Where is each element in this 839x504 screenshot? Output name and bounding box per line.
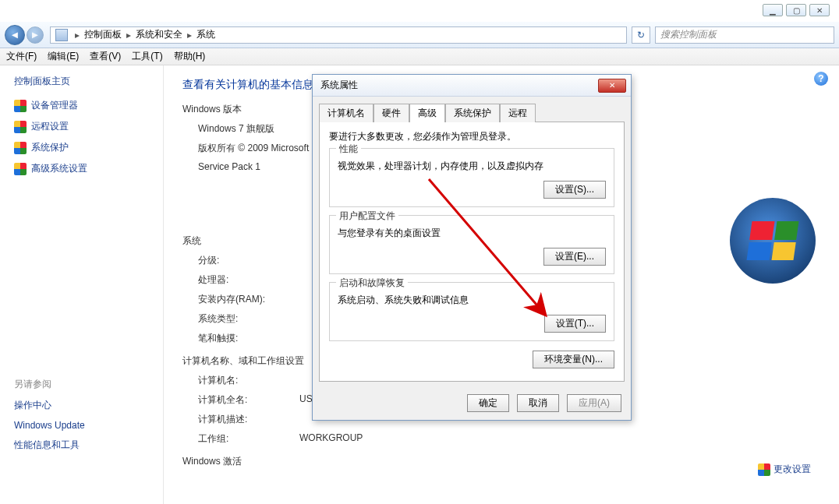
shield-icon [14,100,27,112]
refresh-button[interactable]: ↻ [632,26,650,44]
menu-file[interactable]: 文件(F) [6,50,37,63]
sidebar-item-label: 高级系统设置 [31,162,87,175]
dialog-tabs: 计算机名 硬件 高级 系统保护 远程 [313,97,631,122]
group-performance-title: 性能 [336,143,361,156]
tab-system-protection[interactable]: 系统保护 [445,104,500,122]
startup-recovery-settings-button[interactable]: 设置(T)... [544,315,606,333]
performance-settings-button[interactable]: 设置(S)... [543,181,606,199]
sidebar-item-label: 设备管理器 [31,99,78,112]
maximize-button[interactable]: ▢ [786,4,806,16]
forward-button[interactable]: ► [27,26,44,44]
dialog-titlebar[interactable]: 系统属性 ✕ [313,75,631,97]
apply-button[interactable]: 应用(A) [567,394,621,412]
group-startup-recovery-desc: 系统启动、系统失败和调试信息 [338,294,606,307]
windows-flag-icon [746,221,798,260]
windows-edition: Windows 7 旗舰版 [198,122,274,136]
group-performance: 性能 视觉效果，处理器计划，内存使用，以及虚拟内存 设置(S)... [329,148,614,207]
tab-panel-advanced: 要进行大多数更改，您必须作为管理员登录。 性能 视觉效果，处理器计划，内存使用，… [319,122,625,382]
group-performance-desc: 视觉效果，处理器计划，内存使用，以及虚拟内存 [338,160,606,173]
shield-icon [14,142,27,154]
workgroup-label: 工作组: [198,432,299,446]
chevron-right-icon: ▸ [73,30,82,41]
ok-button[interactable]: 确定 [467,394,509,412]
see-also-performance[interactable]: 性能信息和工具 [14,439,155,452]
tab-hardware[interactable]: 硬件 [373,104,409,122]
processor-label: 处理器: [198,273,299,287]
menu-view[interactable]: 查看(V) [90,50,121,63]
chevron-right-icon: ▸ [124,30,133,41]
service-pack: Service Pack 1 [198,161,260,172]
system-properties-dialog: 系统属性 ✕ 计算机名 硬件 高级 系统保护 远程 要进行大多数更改，您必须作为… [312,74,632,421]
dialog-title: 系统属性 [320,79,358,92]
change-settings-link[interactable]: 更改设置 [758,463,811,476]
breadcrumb-root[interactable]: 控制面板 [82,28,124,41]
group-startup-recovery: 启动和故障恢复 系统启动、系统失败和调试信息 设置(T)... [329,282,614,341]
sidebar-item-label: 远程设置 [31,120,69,133]
computer-name-label: 计算机名: [198,374,299,387]
help-icon[interactable]: ? [814,72,828,86]
sidebar: 控制面板主页 设备管理器 远程设置 系统保护 高级系统设置 另请参阅 操作中心 … [0,65,164,504]
breadcrumb-b[interactable]: 系统 [194,28,218,41]
address-bar[interactable]: ▸ 控制面板 ▸ 系统和安全 ▸ 系统 [50,26,627,44]
pen-touch-label: 笔和触摸: [198,332,299,345]
see-also-windows-update[interactable]: Windows Update [14,420,155,431]
workgroup-value: WORKGROUP [299,432,363,446]
menu-edit[interactable]: 编辑(E) [48,50,79,63]
sidebar-item-label: 系统保护 [31,141,69,154]
group-startup-recovery-title: 启动和故障恢复 [336,277,408,290]
group-user-profiles-desc: 与您登录有关的桌面设置 [338,227,606,240]
shield-icon [14,163,27,175]
ram-label: 安装内存(RAM): [198,293,299,306]
system-type-label: 系统类型: [198,312,299,326]
tab-advanced[interactable]: 高级 [409,104,445,122]
shield-icon [14,121,27,133]
change-settings-label: 更改设置 [774,463,811,476]
chevron-right-icon: ▸ [185,30,194,41]
shield-icon [758,463,770,476]
computer-description-label: 计算机描述: [198,413,299,426]
see-also-action-center[interactable]: 操作中心 [14,399,155,412]
window-controls: ▁ ▢ ✕ [763,4,830,16]
back-button[interactable]: ◄ [5,25,25,45]
windows-logo [730,198,816,284]
minimize-button[interactable]: ▁ [763,4,783,16]
sidebar-link-remote-settings[interactable]: 远程设置 [14,120,155,133]
environment-variables-button[interactable]: 环境变量(N)... [533,351,614,368]
dialog-close-button[interactable]: ✕ [598,79,626,93]
control-panel-home-link[interactable]: 控制面板主页 [14,75,155,88]
sidebar-link-advanced-system-settings[interactable]: 高级系统设置 [14,162,155,175]
control-panel-icon [55,29,68,41]
see-also-heading: 另请参阅 [14,378,155,391]
search-input[interactable]: 搜索控制面板 [655,26,834,44]
menu-bar: 文件(F) 编辑(E) 查看(V) 工具(T) 帮助(H) [0,48,839,65]
section-activation: Windows 激活 [182,455,820,468]
user-profiles-settings-button[interactable]: 设置(E)... [543,248,606,266]
dialog-button-row: 确定 取消 应用(A) [313,388,631,420]
menu-help[interactable]: 帮助(H) [174,50,206,63]
admin-note: 要进行大多数更改，您必须作为管理员登录。 [329,130,614,143]
cancel-button[interactable]: 取消 [517,394,559,412]
tab-remote[interactable]: 远程 [500,104,536,122]
close-button[interactable]: ✕ [809,4,830,16]
sidebar-link-device-manager[interactable]: 设备管理器 [14,99,155,112]
breadcrumb-a[interactable]: 系统和安全 [133,28,185,41]
sidebar-link-system-protection[interactable]: 系统保护 [14,141,155,154]
tab-computer-name[interactable]: 计算机名 [319,104,373,122]
full-computer-name-label: 计算机全名: [198,393,299,407]
menu-tools[interactable]: 工具(T) [132,50,162,63]
group-user-profiles-title: 用户配置文件 [336,210,398,223]
group-user-profiles: 用户配置文件 与您登录有关的桌面设置 设置(E)... [329,215,614,274]
navigation-bar: ◄ ► ▸ 控制面板 ▸ 系统和安全 ▸ 系统 ↻ 搜索控制面板 [0,22,839,48]
rating-label: 分级: [198,254,299,267]
